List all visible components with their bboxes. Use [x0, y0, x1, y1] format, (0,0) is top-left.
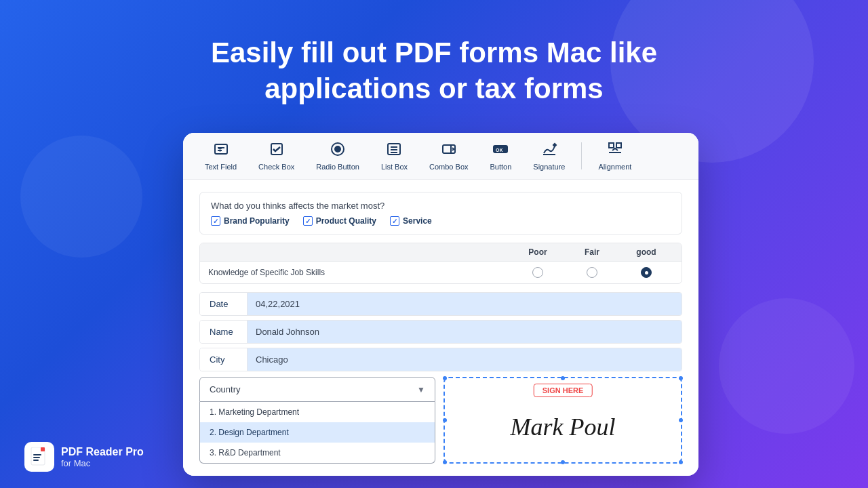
field-name-label: Name [200, 321, 248, 343]
field-date: Date 04,22,2021 [199, 292, 682, 316]
rating-row-label: Knowledge of Specific Job Skills [208, 268, 511, 277]
svg-rect-16 [609, 143, 614, 148]
toolbar-item-combo-box[interactable]: Combo Box [418, 137, 479, 175]
brand-sub: for Mac [61, 458, 144, 468]
rating-col-poor: Poor [511, 247, 565, 257]
country-dropdown-btn[interactable]: Country ▼ [199, 377, 435, 402]
toolbar: T Text Field Check Box Radio Button [183, 133, 698, 180]
signature-icon [541, 141, 557, 160]
field-name: Name Donald Johnson [199, 320, 682, 344]
svg-rect-24 [33, 457, 40, 458]
bg-decoration-3 [20, 136, 142, 258]
cb-brand-box[interactable]: ✓ [211, 216, 220, 226]
toolbar-signature-label: Signature [533, 163, 565, 171]
toolbar-item-signature[interactable]: Signature [522, 137, 576, 175]
sig-handle-tm [561, 376, 565, 380]
cb-quality-label: Product Quality [316, 216, 376, 226]
alignment-icon [607, 141, 623, 160]
branding: PDF Reader Pro for Mac [24, 442, 144, 472]
toolbar-item-text-field[interactable]: T Text Field [194, 137, 248, 175]
sig-handle-tr [679, 376, 683, 380]
sig-handle-rm [679, 418, 683, 422]
country-dropdown-container: Country ▼ 1. Marketing Department 2. Des… [199, 377, 435, 464]
sig-handle-bm [561, 460, 565, 464]
svg-rect-17 [616, 143, 621, 148]
cb-quality-box[interactable]: ✓ [303, 216, 313, 226]
button-icon: OK [492, 141, 509, 160]
dropdown-item-2[interactable]: 2. Design Department [200, 422, 435, 443]
radio-fair[interactable] [587, 267, 597, 278]
toolbar-button-label: Button [490, 163, 512, 171]
combo-box-icon [441, 141, 457, 160]
svg-rect-25 [33, 460, 39, 461]
svg-text:OK: OK [496, 148, 503, 152]
toolbar-item-button[interactable]: OK Button [479, 137, 523, 175]
signature-text: Mark Poul [511, 413, 616, 441]
check-box-icon [269, 141, 285, 160]
cb-service-box[interactable]: ✓ [390, 216, 399, 226]
brand-name: PDF Reader Pro [61, 445, 144, 458]
toolbar-item-alignment[interactable]: Alignment [587, 137, 642, 175]
rating-table: Poor Fair good Knowledge of Specific Job… [199, 243, 682, 284]
sig-handle-tl [443, 376, 447, 380]
toolbar-alignment-label: Alignment [598, 163, 631, 171]
sig-handle-bl [443, 460, 447, 464]
bg-decoration-2 [719, 298, 854, 434]
cb-option-service[interactable]: ✓ Service [390, 216, 432, 226]
toolbar-text-field-label: Text Field [205, 163, 237, 171]
toolbar-divider [581, 142, 582, 169]
toolbar-combo-box-label: Combo Box [429, 163, 468, 171]
radio-button-icon [330, 141, 346, 160]
rating-col-good: good [619, 247, 673, 257]
cb-service-label: Service [403, 216, 432, 226]
toolbar-item-list-box[interactable]: List Box [370, 137, 418, 175]
bottom-section: Country ▼ 1. Marketing Department 2. Des… [199, 377, 682, 464]
field-date-label: Date [200, 293, 248, 315]
cb-option-brand[interactable]: ✓ Brand Popularity [211, 216, 290, 226]
rating-col-fair: Fair [565, 247, 619, 257]
field-date-value[interactable]: 04,22,2021 [248, 293, 682, 315]
toolbar-list-box-label: List Box [381, 163, 408, 171]
field-city-label: City [200, 348, 248, 371]
country-dropdown-label: Country [210, 384, 241, 394]
cb-brand-label: Brand Popularity [224, 216, 290, 226]
brand-icon [24, 442, 54, 472]
checkbox-options: ✓ Brand Popularity ✓ Product Quality ✓ S… [211, 216, 671, 226]
signature-area[interactable]: SIGN HERE Mark Poul [443, 377, 682, 464]
rating-header-row: Poor Fair good [200, 243, 682, 262]
rating-col-empty [208, 247, 511, 257]
svg-rect-23 [33, 454, 41, 455]
svg-text:T: T [218, 147, 222, 153]
toolbar-item-check-box[interactable]: Check Box [248, 137, 305, 175]
radio-poor[interactable] [532, 267, 543, 278]
rating-data-row: Knowledge of Specific Job Skills [200, 262, 682, 283]
form-content: What do you thinks affects the market mo… [183, 180, 698, 476]
svg-point-6 [335, 146, 340, 152]
brand-text-block: PDF Reader Pro for Mac [61, 445, 144, 468]
country-dropdown-list: 1. Marketing Department 2. Design Depart… [199, 402, 435, 464]
text-field-icon: T [213, 141, 229, 160]
list-box-icon [386, 141, 402, 160]
toolbar-item-radio-button[interactable]: Radio Button [305, 137, 370, 175]
radio-good[interactable] [641, 267, 652, 278]
sign-here-button[interactable]: SIGN HERE [534, 384, 593, 397]
dropdown-item-3[interactable]: 3. R&D Department [200, 443, 435, 463]
toolbar-check-box-label: Check Box [258, 163, 294, 171]
checkbox-question-block: What do you thinks affects the market mo… [199, 192, 682, 235]
field-name-value[interactable]: Donald Johnson [248, 321, 682, 343]
sig-handle-lm [443, 418, 447, 422]
field-city: City Chicago [199, 348, 682, 371]
sig-handle-br [679, 460, 683, 464]
main-card: T Text Field Check Box Radio Button [183, 133, 698, 476]
svg-rect-22 [41, 447, 45, 451]
cb-option-quality[interactable]: ✓ Product Quality [303, 216, 376, 226]
dropdown-chevron-icon: ▼ [417, 385, 425, 394]
checkbox-question-text: What do you thinks affects the market mo… [211, 201, 671, 211]
field-city-value[interactable]: Chicago [248, 348, 682, 371]
dropdown-item-1[interactable]: 1. Marketing Department [200, 402, 435, 422]
toolbar-radio-button-label: Radio Button [316, 163, 359, 171]
